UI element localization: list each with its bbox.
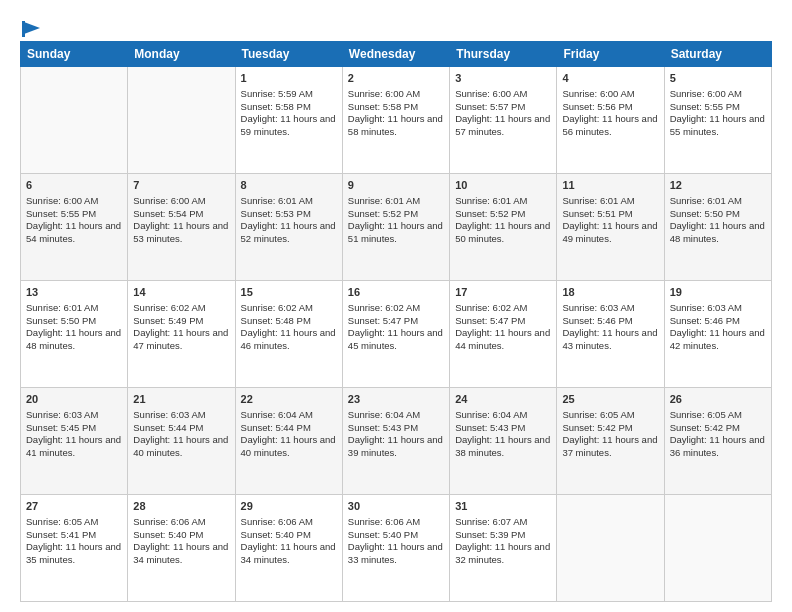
day-number: 18 <box>562 285 658 300</box>
calendar-cell: 18Sunrise: 6:03 AMSunset: 5:46 PMDayligh… <box>557 281 664 388</box>
day-number: 10 <box>455 178 551 193</box>
logo-text <box>20 18 42 39</box>
week-row-1: 1Sunrise: 5:59 AMSunset: 5:58 PMDaylight… <box>21 67 772 174</box>
calendar-cell: 19Sunrise: 6:03 AMSunset: 5:46 PMDayligh… <box>664 281 771 388</box>
day-header-sunday: Sunday <box>21 42 128 67</box>
day-number: 13 <box>26 285 122 300</box>
calendar-cell: 13Sunrise: 6:01 AMSunset: 5:50 PMDayligh… <box>21 281 128 388</box>
logo-flag-icon <box>22 20 42 38</box>
day-number: 3 <box>455 71 551 86</box>
week-row-3: 13Sunrise: 6:01 AMSunset: 5:50 PMDayligh… <box>21 281 772 388</box>
calendar-cell: 8Sunrise: 6:01 AMSunset: 5:53 PMDaylight… <box>235 174 342 281</box>
day-number: 31 <box>455 499 551 514</box>
calendar-cell: 31Sunrise: 6:07 AMSunset: 5:39 PMDayligh… <box>450 495 557 602</box>
calendar-cell: 30Sunrise: 6:06 AMSunset: 5:40 PMDayligh… <box>342 495 449 602</box>
day-number: 2 <box>348 71 444 86</box>
day-number: 30 <box>348 499 444 514</box>
calendar-cell: 26Sunrise: 6:05 AMSunset: 5:42 PMDayligh… <box>664 388 771 495</box>
day-number: 16 <box>348 285 444 300</box>
day-header-tuesday: Tuesday <box>235 42 342 67</box>
calendar-cell: 1Sunrise: 5:59 AMSunset: 5:58 PMDaylight… <box>235 67 342 174</box>
day-number: 27 <box>26 499 122 514</box>
calendar-page: SundayMondayTuesdayWednesdayThursdayFrid… <box>0 0 792 612</box>
calendar-cell: 4Sunrise: 6:00 AMSunset: 5:56 PMDaylight… <box>557 67 664 174</box>
calendar-cell: 28Sunrise: 6:06 AMSunset: 5:40 PMDayligh… <box>128 495 235 602</box>
calendar-cell: 10Sunrise: 6:01 AMSunset: 5:52 PMDayligh… <box>450 174 557 281</box>
calendar-cell: 23Sunrise: 6:04 AMSunset: 5:43 PMDayligh… <box>342 388 449 495</box>
day-number: 11 <box>562 178 658 193</box>
day-number: 21 <box>133 392 229 407</box>
calendar-table: SundayMondayTuesdayWednesdayThursdayFrid… <box>20 41 772 602</box>
day-number: 1 <box>241 71 337 86</box>
calendar-cell: 24Sunrise: 6:04 AMSunset: 5:43 PMDayligh… <box>450 388 557 495</box>
calendar-cell <box>21 67 128 174</box>
day-header-wednesday: Wednesday <box>342 42 449 67</box>
calendar-cell: 7Sunrise: 6:00 AMSunset: 5:54 PMDaylight… <box>128 174 235 281</box>
calendar-cell: 15Sunrise: 6:02 AMSunset: 5:48 PMDayligh… <box>235 281 342 388</box>
calendar-cell: 5Sunrise: 6:00 AMSunset: 5:55 PMDaylight… <box>664 67 771 174</box>
calendar-cell: 3Sunrise: 6:00 AMSunset: 5:57 PMDaylight… <box>450 67 557 174</box>
calendar-cell: 25Sunrise: 6:05 AMSunset: 5:42 PMDayligh… <box>557 388 664 495</box>
day-number: 12 <box>670 178 766 193</box>
day-number: 29 <box>241 499 337 514</box>
calendar-cell: 29Sunrise: 6:06 AMSunset: 5:40 PMDayligh… <box>235 495 342 602</box>
day-number: 4 <box>562 71 658 86</box>
day-header-monday: Monday <box>128 42 235 67</box>
calendar-cell: 22Sunrise: 6:04 AMSunset: 5:44 PMDayligh… <box>235 388 342 495</box>
day-number: 14 <box>133 285 229 300</box>
calendar-cell: 14Sunrise: 6:02 AMSunset: 5:49 PMDayligh… <box>128 281 235 388</box>
day-number: 8 <box>241 178 337 193</box>
calendar-cell: 16Sunrise: 6:02 AMSunset: 5:47 PMDayligh… <box>342 281 449 388</box>
week-row-5: 27Sunrise: 6:05 AMSunset: 5:41 PMDayligh… <box>21 495 772 602</box>
calendar-cell: 11Sunrise: 6:01 AMSunset: 5:51 PMDayligh… <box>557 174 664 281</box>
day-number: 22 <box>241 392 337 407</box>
day-number: 5 <box>670 71 766 86</box>
day-header-friday: Friday <box>557 42 664 67</box>
calendar-cell: 27Sunrise: 6:05 AMSunset: 5:41 PMDayligh… <box>21 495 128 602</box>
calendar-cell <box>128 67 235 174</box>
week-row-4: 20Sunrise: 6:03 AMSunset: 5:45 PMDayligh… <box>21 388 772 495</box>
calendar-cell: 9Sunrise: 6:01 AMSunset: 5:52 PMDaylight… <box>342 174 449 281</box>
calendar-cell: 17Sunrise: 6:02 AMSunset: 5:47 PMDayligh… <box>450 281 557 388</box>
day-header-saturday: Saturday <box>664 42 771 67</box>
week-row-2: 6Sunrise: 6:00 AMSunset: 5:55 PMDaylight… <box>21 174 772 281</box>
calendar-header-row: SundayMondayTuesdayWednesdayThursdayFrid… <box>21 42 772 67</box>
calendar-cell: 20Sunrise: 6:03 AMSunset: 5:45 PMDayligh… <box>21 388 128 495</box>
day-number: 7 <box>133 178 229 193</box>
calendar-cell <box>664 495 771 602</box>
svg-rect-1 <box>22 21 25 37</box>
calendar-cell: 21Sunrise: 6:03 AMSunset: 5:44 PMDayligh… <box>128 388 235 495</box>
calendar-cell: 6Sunrise: 6:00 AMSunset: 5:55 PMDaylight… <box>21 174 128 281</box>
day-number: 15 <box>241 285 337 300</box>
day-number: 19 <box>670 285 766 300</box>
logo <box>20 18 42 31</box>
day-number: 26 <box>670 392 766 407</box>
day-number: 20 <box>26 392 122 407</box>
calendar-cell: 12Sunrise: 6:01 AMSunset: 5:50 PMDayligh… <box>664 174 771 281</box>
day-number: 24 <box>455 392 551 407</box>
header <box>20 18 772 31</box>
day-number: 17 <box>455 285 551 300</box>
day-number: 6 <box>26 178 122 193</box>
calendar-cell <box>557 495 664 602</box>
day-number: 25 <box>562 392 658 407</box>
day-number: 9 <box>348 178 444 193</box>
svg-marker-0 <box>24 22 40 34</box>
calendar-cell: 2Sunrise: 6:00 AMSunset: 5:58 PMDaylight… <box>342 67 449 174</box>
day-number: 23 <box>348 392 444 407</box>
day-header-thursday: Thursday <box>450 42 557 67</box>
day-number: 28 <box>133 499 229 514</box>
